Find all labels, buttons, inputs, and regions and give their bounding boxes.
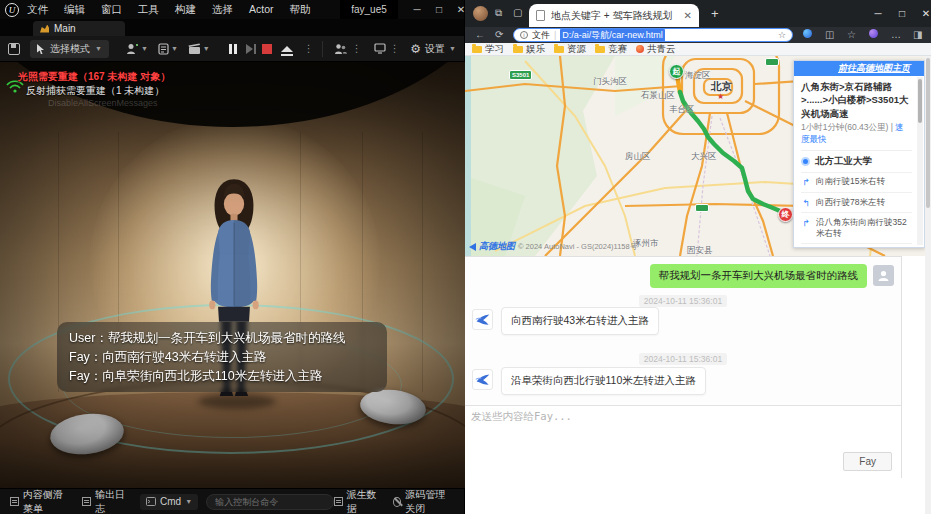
bookmark-folder-contest[interactable]: 竞赛 <box>595 43 627 56</box>
bot-chat-bubble: 向西南行驶43米右转进入主路 <box>501 307 659 335</box>
eject-icon[interactable] <box>281 46 293 52</box>
menu-help[interactable]: 帮助 <box>290 3 311 17</box>
page-scrollbar[interactable] <box>925 56 931 514</box>
amap-map[interactable]: S3501 北京 ★ 海淀区 门头沟区 石景山区 丰台区 房山区 大兴区 涿州市… <box>465 56 931 256</box>
add-actor-button[interactable]: ▼ <box>126 43 148 55</box>
route-step[interactable]: ↰向西行驶78米左转 <box>801 192 912 212</box>
menu-build[interactable]: 构建 <box>175 3 196 17</box>
copilot-icon[interactable] <box>803 29 812 40</box>
route-summary-title: 八角东街>京石路辅路>......>小白楼桥>S3501大兴机场高速 <box>801 80 912 120</box>
tab-actions-icon[interactable]: ⧉ <box>495 7 502 19</box>
map-label-mentougou: 门头沟区 <box>593 76 627 88</box>
menu-edit[interactable]: 编辑 <box>64 3 85 17</box>
unreal-logo-icon: U <box>5 3 19 17</box>
route-step[interactable]: ↱沿八角东街向南行驶352米右转 <box>801 212 912 243</box>
frame-skip-icon[interactable] <box>246 44 253 54</box>
chat-panel: 帮我规划一条开车到大兴机场最省时的路线 2024-10-11 15:36:01 … <box>465 256 902 478</box>
browser-maximize-button[interactable]: □ <box>890 0 914 27</box>
route-start-marker[interactable]: 起 <box>669 64 684 79</box>
browser-close-button[interactable]: ✕ <box>914 0 931 27</box>
road-shield <box>765 58 779 66</box>
chevron-down-icon: ▼ <box>449 45 456 52</box>
more-options-icon[interactable]: ⋮ <box>352 43 362 54</box>
play-options-icon[interactable]: ⋮ <box>304 43 314 54</box>
bookmark-folder-study[interactable]: 学习 <box>472 43 504 56</box>
panel-scrollbar[interactable] <box>917 77 923 245</box>
ue-main-level-tab[interactable]: Main <box>33 21 125 36</box>
panel-scrollbar-thumb[interactable] <box>918 79 922 123</box>
cmd-dropdown[interactable]: Cmd ▼ <box>140 494 198 510</box>
multi-user-button[interactable]: ⋮ <box>334 43 364 55</box>
address-url-selected[interactable]: D:/a-ai/导航/car-new.html <box>560 29 665 42</box>
gear-icon: ⚙ <box>410 42 421 56</box>
start-point-icon <box>801 157 810 166</box>
console-command-input[interactable] <box>206 494 334 510</box>
road-shield <box>695 204 709 212</box>
browser-essentials-icon[interactable] <box>869 29 878 40</box>
bookmark-gongqingyun[interactable]: 共青云 <box>636 43 676 56</box>
ue-minimize-button[interactable]: ─ <box>406 0 428 19</box>
route-result-panel: 前往高德地图主页 八角东街>京石路辅路>......>小白楼桥>S3501大兴机… <box>793 60 925 248</box>
new-tab-button[interactable]: + <box>711 6 719 21</box>
favorites-bar-icon[interactable]: ☆ <box>847 29 856 40</box>
profile-avatar[interactable] <box>473 6 488 21</box>
chevron-down-icon: ▼ <box>203 45 210 52</box>
route-step[interactable]: ↶沿京石路辅路向西行驶723米左转调头 <box>801 243 912 248</box>
chevron-down-icon: ▼ <box>171 45 178 52</box>
save-icon[interactable] <box>8 43 20 55</box>
fay-bird-icon <box>475 372 491 388</box>
browser-minimize-button[interactable]: ─ <box>866 0 890 27</box>
bookmark-folder-resources[interactable]: 资源 <box>554 43 586 56</box>
pause-icon[interactable] <box>229 44 237 54</box>
stop-icon[interactable] <box>262 44 272 54</box>
route-start-row[interactable]: 北方工业大学 <box>801 150 912 172</box>
more-options-icon[interactable]: ⋮ <box>390 43 400 54</box>
site-icon <box>636 45 644 53</box>
map-label-fengtai: 丰台区 <box>669 104 695 116</box>
derived-data-button[interactable]: 派生数据 <box>334 488 379 514</box>
subtitle-line-user: User：帮我规划一条开车到大兴机场最省时的路线 <box>69 329 375 348</box>
page-info-icon[interactable]: i <box>520 31 528 39</box>
route-step[interactable]: ↱向南行驶15米右转 <box>801 172 912 192</box>
menu-actor[interactable]: Actor <box>249 3 274 17</box>
capital-star-icon: ★ <box>717 92 724 101</box>
tab-close-icon[interactable]: ✕ <box>684 10 692 21</box>
menu-select[interactable]: 选择 <box>212 3 233 17</box>
bookmark-folder-entertainment[interactable]: 娱乐 <box>513 43 545 56</box>
amap-home-link[interactable]: 前往高德地图主页 <box>838 62 910 75</box>
subtitle-line-fay-2: Fay：向阜荣街向西北形式110米左转进入主路 <box>69 367 375 386</box>
cinematics-button[interactable]: ▼ <box>188 43 210 55</box>
split-screen-icon[interactable]: ◫ <box>825 29 834 40</box>
blueprints-button[interactable]: ▼ <box>158 43 178 55</box>
back-icon[interactable]: ← <box>475 29 485 40</box>
ue-maximize-button[interactable]: □ <box>428 0 450 19</box>
source-control-button[interactable]: 源码管理关闭 <box>393 488 454 514</box>
browser-tab[interactable]: 地点关键字 + 驾车路线规划 ✕ <box>529 4 699 27</box>
ue-menubar: 文件 编辑 窗口 工具 构建 选择 Actor 帮助 <box>27 3 311 17</box>
map-label-daxing: 大兴区 <box>691 151 717 163</box>
fay-send-button[interactable]: Fay <box>843 452 892 471</box>
person-icon <box>877 269 890 282</box>
folder-icon <box>513 46 523 53</box>
content-drawer-button[interactable]: 内容侧滑菜单 <box>10 488 72 514</box>
sidebar-toggle-icon[interactable]: ◨ <box>913 29 922 40</box>
output-log-button[interactable]: 输出日志 <box>82 488 128 514</box>
menu-tools[interactable]: 工具 <box>138 3 159 17</box>
refresh-icon[interactable]: ⟳ <box>495 29 503 40</box>
ue-viewport[interactable]: 光照需要重建（167 未构建 对象） 反射捕获需要重建（1 未构建） Disab… <box>0 62 465 488</box>
route-end-marker[interactable]: 终 <box>778 207 793 222</box>
workspace-icon[interactable]: ▢ <box>513 7 522 18</box>
more-menu-icon[interactable]: … <box>891 29 901 40</box>
dialogue-subtitle-overlay: User：帮我规划一条开车到大兴机场最省时的路线 Fay：向西南行驶43米右转进… <box>57 322 387 392</box>
address-bar[interactable]: i 文件 | D:/a-ai/导航/car-new.html ☆ <box>513 28 793 42</box>
settings-dropdown[interactable]: ⚙ 设置 ▼ <box>410 42 464 56</box>
chat-message-input[interactable] <box>465 406 901 450</box>
bookmarks-bar: 学习 娱乐 资源 竞赛 共青云 <box>465 43 931 56</box>
page-scrollbar-thumb[interactable] <box>926 58 930 208</box>
platforms-button[interactable]: ⋮ <box>374 43 402 54</box>
menu-file[interactable]: 文件 <box>27 3 48 17</box>
select-mode-dropdown[interactable]: 选择模式 ▼ <box>30 40 109 58</box>
ue-toolbar: 选择模式 ▼ ▼ ▼ ▼ ⋮ ⋮ ⋮ <box>0 36 464 62</box>
menu-window[interactable]: 窗口 <box>101 3 122 17</box>
favorite-star-icon[interactable]: ☆ <box>778 30 786 40</box>
